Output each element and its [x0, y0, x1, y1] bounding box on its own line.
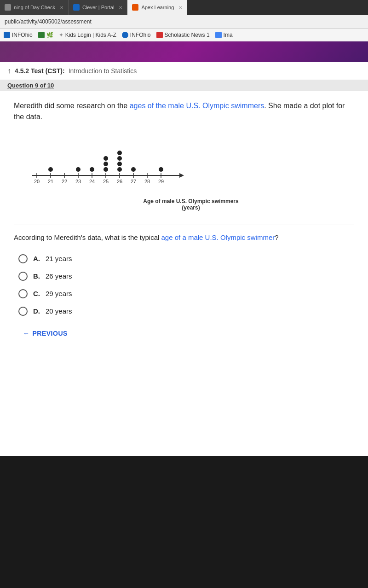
tab-1[interactable]: ning of Day Check ✕ [0, 0, 69, 15]
tab-3-label: Apex Learning [141, 5, 174, 10]
svg-text:29: 29 [158, 179, 164, 184]
bookmark-infohio-2-label: INFOhio [130, 32, 151, 38]
address-text: public/activity/4005002/assessment [5, 18, 92, 25]
test-title-bar: ↑ 4.5.2 Test (CST): Introduction to Stat… [0, 62, 368, 80]
bookmark-infohio-2[interactable]: INFOhio [122, 32, 151, 38]
choice-d[interactable]: D. 20 years [18, 307, 354, 316]
choice-b[interactable]: B. 26 years [18, 272, 354, 281]
followup-part1: According to Meredith's data, what is th… [14, 233, 161, 241]
bookmark-scholastic[interactable]: Scholastic News 1 [156, 32, 210, 38]
svg-point-26 [104, 162, 108, 166]
dot-plot-axis-label: Age of male U.S. Olympic swimmers (years… [28, 198, 354, 211]
svg-text:20: 20 [34, 179, 40, 184]
tab-3[interactable]: Apex Learning ✕ [127, 0, 187, 15]
dot-plot-label-line2: (years) [182, 204, 200, 211]
apex-header [0, 41, 368, 62]
dot-plot-container: 20 21 22 23 24 25 26 [23, 132, 354, 211]
svg-text:24: 24 [89, 179, 95, 184]
back-arrow-icon[interactable]: ↑ [7, 67, 11, 75]
bookmark-infohio-1[interactable]: INFOhio [4, 32, 33, 38]
page-content: ↑ 4.5.2 Test (CST): Introduction to Stat… [0, 41, 368, 456]
tab-3-close[interactable]: ✕ [178, 5, 182, 10]
bookmark-infohio-2-icon [122, 32, 128, 38]
address-bar[interactable]: public/activity/4005002/assessment [0, 15, 368, 29]
previous-button[interactable]: ← PREVIOUS [23, 330, 68, 337]
svg-point-32 [131, 167, 136, 172]
followup-question: According to Meredith's data, what is th… [14, 233, 354, 243]
section-divider [14, 225, 354, 225]
dot-plot: 20 21 22 23 24 25 26 [23, 132, 189, 196]
tab-3-favicon [132, 4, 138, 11]
test-subtitle: Introduction to Statistics [69, 67, 137, 75]
question-counter-text: Question 9 of 10 [7, 82, 54, 89]
tab-1-favicon [5, 4, 11, 11]
question-counter: Question 9 of 10 [0, 80, 368, 91]
svg-text:25: 25 [103, 179, 109, 184]
previous-label: PREVIOUS [33, 330, 68, 337]
dark-bottom [0, 456, 368, 576]
choice-a-text: 21 years [46, 255, 72, 262]
bookmark-scholastic-label: Scholastic News 1 [165, 32, 210, 38]
svg-text:21: 21 [48, 179, 53, 184]
tab-2-close[interactable]: ✕ [119, 5, 122, 10]
choice-b-letter: B. [33, 272, 40, 280]
choice-c-letter: C. [33, 290, 40, 297]
bookmark-2-label: 🌿 [46, 32, 53, 38]
tab-2-favicon [73, 4, 80, 11]
svg-point-24 [90, 167, 94, 172]
choice-d-text: 20 years [46, 307, 72, 315]
bookmark-2[interactable]: 🌿 [38, 32, 53, 38]
svg-point-33 [159, 167, 163, 172]
choice-a-radio[interactable] [18, 254, 28, 263]
question-stem: Meredith did some research on the ages o… [14, 100, 354, 122]
bookmark-2-icon [38, 32, 45, 38]
bookmark-google-icon [215, 32, 222, 38]
bookmark-kidslogin[interactable]: ✦ Kids Login | Kids A-Z [59, 32, 116, 38]
bookmark-kidslogin-label: Kids Login | Kids A-Z [65, 32, 116, 38]
tab-1-label: ning of Day Check [14, 5, 55, 10]
tab-2[interactable]: Clever | Portal ✕ [69, 0, 128, 15]
followup-highlight: age of a male U.S. Olympic swimmer [161, 233, 275, 241]
svg-text:22: 22 [62, 179, 67, 184]
svg-text:27: 27 [131, 179, 136, 184]
svg-text:28: 28 [144, 179, 150, 184]
svg-point-29 [117, 162, 122, 166]
followup-part2: ? [275, 233, 278, 241]
choice-c-text: 29 years [46, 290, 72, 297]
bookmarks-bar: INFOhio 🌿 ✦ Kids Login | Kids A-Z INFOhi… [0, 29, 368, 41]
svg-point-30 [117, 156, 122, 161]
choice-b-text: 26 years [46, 272, 72, 280]
test-label: 4.5.2 Test (CST): [15, 67, 65, 75]
tab-2-label: Clever | Portal [82, 5, 115, 10]
svg-text:26: 26 [117, 179, 122, 184]
choice-d-radio[interactable] [18, 307, 28, 316]
bookmark-google[interactable]: Ima [215, 32, 233, 38]
stem-highlight1: ages of the male U.S. Olympic swimmers [130, 102, 264, 110]
dot-plot-label-line1: Age of male U.S. Olympic swimmers [143, 198, 238, 204]
nav-buttons: ← PREVIOUS [14, 316, 354, 351]
choice-c[interactable]: C. 29 years [18, 289, 354, 298]
choice-d-letter: D. [33, 307, 40, 315]
choice-c-radio[interactable] [18, 289, 28, 298]
bookmark-google-label: Ima [224, 32, 233, 38]
svg-marker-1 [179, 173, 184, 178]
stem-part1: Meredith did some research on the [14, 102, 130, 110]
bookmark-infohio-1-label: INFOhio [12, 32, 33, 38]
bookmark-scholastic-icon [156, 32, 163, 38]
answer-choices: A. 21 years B. 26 years C. 29 years D. 2… [18, 254, 354, 316]
svg-point-23 [76, 167, 80, 172]
bookmark-infohio-1-icon [4, 32, 10, 38]
svg-point-31 [117, 151, 122, 155]
svg-point-27 [104, 156, 108, 161]
svg-point-22 [48, 167, 53, 172]
bookmark-kidslogin-icon: ✦ [59, 32, 63, 38]
svg-point-28 [117, 167, 122, 172]
svg-text:23: 23 [75, 179, 81, 184]
svg-point-25 [104, 167, 108, 172]
choice-b-radio[interactable] [18, 272, 28, 281]
tab-1-close[interactable]: ✕ [60, 5, 63, 10]
choice-a-letter: A. [33, 255, 40, 262]
previous-arrow-icon: ← [23, 330, 30, 337]
choice-a[interactable]: A. 21 years [18, 254, 354, 263]
tab-bar: ning of Day Check ✕ Clever | Portal ✕ Ap… [0, 0, 368, 15]
